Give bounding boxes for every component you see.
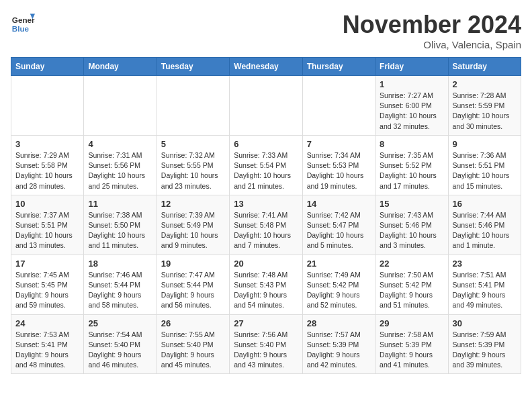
day-details: Sunrise: 7:49 AM Sunset: 5:42 PM Dayligh… [307, 270, 371, 311]
day-number: 8 [380, 139, 443, 149]
calendar-cell: 28Sunrise: 7:57 AM Sunset: 5:39 PM Dayli… [302, 314, 375, 374]
calendar-cell [11, 76, 84, 136]
day-details: Sunrise: 7:43 AM Sunset: 5:46 PM Dayligh… [380, 210, 443, 251]
day-details: Sunrise: 7:54 AM Sunset: 5:40 PM Dayligh… [88, 330, 152, 371]
calendar-cell: 18Sunrise: 7:46 AM Sunset: 5:44 PM Dayli… [84, 255, 157, 314]
weekday-header-tuesday: Tuesday [157, 58, 229, 76]
day-number: 21 [307, 259, 371, 269]
calendar-cell: 17Sunrise: 7:45 AM Sunset: 5:45 PM Dayli… [11, 255, 84, 314]
calendar-cell: 4Sunrise: 7:31 AM Sunset: 5:56 PM Daylig… [84, 135, 157, 195]
calendar-cell: 11Sunrise: 7:38 AM Sunset: 5:50 PM Dayli… [84, 195, 157, 255]
calendar-week-row: 1Sunrise: 7:27 AM Sunset: 6:00 PM Daylig… [11, 76, 521, 136]
day-number: 19 [161, 259, 225, 269]
calendar-cell: 29Sunrise: 7:58 AM Sunset: 5:39 PM Dayli… [375, 314, 448, 374]
day-details: Sunrise: 7:46 AM Sunset: 5:44 PM Dayligh… [88, 270, 152, 311]
calendar-cell: 12Sunrise: 7:39 AM Sunset: 5:49 PM Dayli… [157, 195, 229, 255]
day-number: 1 [380, 79, 443, 89]
day-number: 17 [15, 259, 79, 269]
day-details: Sunrise: 7:48 AM Sunset: 5:43 PM Dayligh… [234, 270, 298, 311]
day-number: 27 [234, 318, 298, 328]
day-details: Sunrise: 7:58 AM Sunset: 5:39 PM Dayligh… [380, 330, 443, 371]
calendar-cell: 1Sunrise: 7:27 AM Sunset: 6:00 PM Daylig… [375, 76, 448, 136]
calendar-week-row: 24Sunrise: 7:53 AM Sunset: 5:41 PM Dayli… [11, 314, 521, 374]
day-number: 18 [88, 259, 152, 269]
calendar-week-row: 17Sunrise: 7:45 AM Sunset: 5:45 PM Dayli… [11, 255, 521, 314]
calendar-cell: 27Sunrise: 7:56 AM Sunset: 5:40 PM Dayli… [230, 314, 302, 374]
calendar-cell: 26Sunrise: 7:55 AM Sunset: 5:40 PM Dayli… [157, 314, 229, 374]
day-details: Sunrise: 7:42 AM Sunset: 5:47 PM Dayligh… [307, 210, 371, 251]
calendar-cell [302, 76, 375, 136]
calendar-cell: 24Sunrise: 7:53 AM Sunset: 5:41 PM Dayli… [11, 314, 84, 374]
day-number: 30 [453, 318, 517, 328]
day-details: Sunrise: 7:32 AM Sunset: 5:55 PM Dayligh… [161, 150, 225, 191]
day-details: Sunrise: 7:37 AM Sunset: 5:51 PM Dayligh… [15, 210, 79, 251]
day-number: 23 [453, 259, 517, 269]
day-details: Sunrise: 7:51 AM Sunset: 5:41 PM Dayligh… [453, 270, 517, 311]
logo: General Blue [11, 11, 35, 35]
day-number: 4 [88, 139, 152, 149]
day-details: Sunrise: 7:29 AM Sunset: 5:58 PM Dayligh… [15, 150, 79, 191]
day-number: 20 [234, 259, 298, 269]
day-number: 29 [380, 318, 443, 328]
day-details: Sunrise: 7:28 AM Sunset: 5:59 PM Dayligh… [453, 91, 517, 132]
calendar-cell: 22Sunrise: 7:50 AM Sunset: 5:42 PM Dayli… [375, 255, 448, 314]
calendar-cell: 30Sunrise: 7:59 AM Sunset: 5:39 PM Dayli… [448, 314, 521, 374]
day-number: 14 [307, 199, 371, 209]
day-details: Sunrise: 7:36 AM Sunset: 5:51 PM Dayligh… [453, 150, 517, 191]
day-details: Sunrise: 7:33 AM Sunset: 5:54 PM Dayligh… [234, 150, 298, 191]
day-details: Sunrise: 7:59 AM Sunset: 5:39 PM Dayligh… [453, 330, 517, 371]
weekday-header-monday: Monday [84, 58, 157, 76]
day-number: 25 [88, 318, 152, 328]
day-details: Sunrise: 7:27 AM Sunset: 6:00 PM Dayligh… [380, 91, 443, 132]
weekday-header-saturday: Saturday [448, 58, 521, 76]
day-details: Sunrise: 7:39 AM Sunset: 5:49 PM Dayligh… [161, 210, 225, 251]
calendar-cell: 21Sunrise: 7:49 AM Sunset: 5:42 PM Dayli… [302, 255, 375, 314]
title-section: November 2024 Oliva, Valencia, Spain [343, 11, 521, 50]
day-number: 12 [161, 199, 225, 209]
calendar-cell [230, 76, 302, 136]
day-details: Sunrise: 7:34 AM Sunset: 5:53 PM Dayligh… [307, 150, 371, 191]
day-number: 22 [380, 259, 443, 269]
day-details: Sunrise: 7:56 AM Sunset: 5:40 PM Dayligh… [234, 330, 298, 371]
day-number: 9 [453, 139, 517, 149]
location: Oliva, Valencia, Spain [343, 39, 521, 50]
day-number: 15 [380, 199, 443, 209]
calendar-cell: 23Sunrise: 7:51 AM Sunset: 5:41 PM Dayli… [448, 255, 521, 314]
weekday-header-thursday: Thursday [302, 58, 375, 76]
day-details: Sunrise: 7:41 AM Sunset: 5:48 PM Dayligh… [234, 210, 298, 251]
calendar-cell: 15Sunrise: 7:43 AM Sunset: 5:46 PM Dayli… [375, 195, 448, 255]
weekday-header-friday: Friday [375, 58, 448, 76]
calendar-cell [157, 76, 229, 136]
day-details: Sunrise: 7:31 AM Sunset: 5:56 PM Dayligh… [88, 150, 152, 191]
day-number: 3 [15, 139, 79, 149]
calendar-table: SundayMondayTuesdayWednesdayThursdayFrid… [11, 57, 521, 374]
calendar-cell: 19Sunrise: 7:47 AM Sunset: 5:44 PM Dayli… [157, 255, 229, 314]
day-details: Sunrise: 7:57 AM Sunset: 5:39 PM Dayligh… [307, 330, 371, 371]
day-details: Sunrise: 7:50 AM Sunset: 5:42 PM Dayligh… [380, 270, 443, 311]
calendar-cell: 16Sunrise: 7:44 AM Sunset: 5:46 PM Dayli… [448, 195, 521, 255]
day-details: Sunrise: 7:45 AM Sunset: 5:45 PM Dayligh… [15, 270, 79, 311]
day-number: 2 [453, 79, 517, 89]
calendar-cell: 10Sunrise: 7:37 AM Sunset: 5:51 PM Dayli… [11, 195, 84, 255]
calendar-cell [84, 76, 157, 136]
page-header: General Blue November 2024 Oliva, Valenc… [11, 11, 521, 50]
day-details: Sunrise: 7:47 AM Sunset: 5:44 PM Dayligh… [161, 270, 225, 311]
day-number: 6 [234, 139, 298, 149]
day-number: 24 [15, 318, 79, 328]
day-number: 13 [234, 199, 298, 209]
month-title: November 2024 [343, 11, 521, 39]
day-details: Sunrise: 7:35 AM Sunset: 5:52 PM Dayligh… [380, 150, 443, 191]
calendar-week-row: 10Sunrise: 7:37 AM Sunset: 5:51 PM Dayli… [11, 195, 521, 255]
day-number: 7 [307, 139, 371, 149]
day-number: 11 [88, 199, 152, 209]
calendar-week-row: 3Sunrise: 7:29 AM Sunset: 5:58 PM Daylig… [11, 135, 521, 195]
calendar-cell: 14Sunrise: 7:42 AM Sunset: 5:47 PM Dayli… [302, 195, 375, 255]
logo-icon: General Blue [11, 11, 35, 35]
calendar-cell: 13Sunrise: 7:41 AM Sunset: 5:48 PM Dayli… [230, 195, 302, 255]
calendar-cell: 5Sunrise: 7:32 AM Sunset: 5:55 PM Daylig… [157, 135, 229, 195]
svg-text:Blue: Blue [12, 24, 30, 33]
day-number: 10 [15, 199, 79, 209]
weekday-header-sunday: Sunday [11, 58, 84, 76]
day-number: 16 [453, 199, 517, 209]
calendar-cell: 7Sunrise: 7:34 AM Sunset: 5:53 PM Daylig… [302, 135, 375, 195]
